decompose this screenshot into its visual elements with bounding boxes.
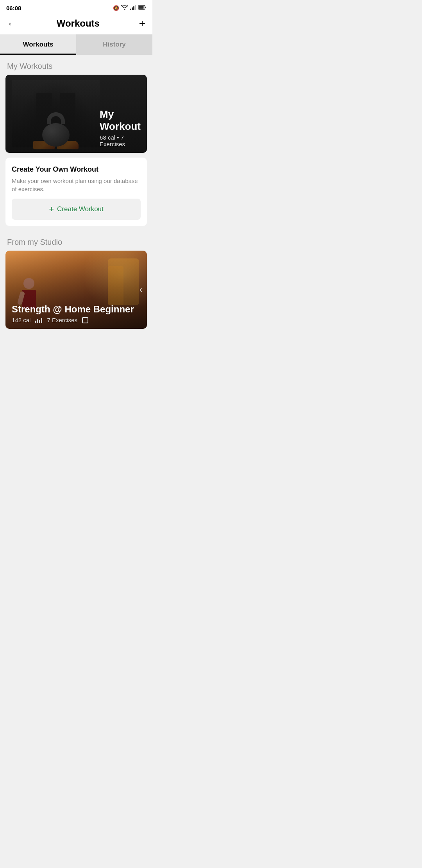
studio-card-image: Strength @ Home Beginner 142 cal 7 Exerc…	[5, 251, 147, 329]
notify-icon: 🔕	[113, 5, 119, 11]
create-workout-button[interactable]: + Create Workout	[12, 199, 141, 220]
status-icons: 🔕	[113, 5, 146, 11]
chart-icon	[35, 317, 42, 323]
workout-card-text: My Workout 68 cal • 7 Exercises	[100, 108, 141, 147]
svg-rect-1	[132, 7, 133, 10]
signal-icon	[130, 5, 136, 11]
svg-rect-6	[139, 6, 144, 9]
studio-workout-name: Strength @ Home Beginner	[12, 304, 134, 315]
status-bar: 06:08 🔕	[0, 0, 152, 14]
create-workout-card[interactable]: Create Your Own Workout Make your own wo…	[5, 158, 147, 226]
create-plus-icon: +	[49, 204, 54, 214]
create-card-desc: Make your own workout plan using our dat…	[12, 177, 141, 193]
svg-rect-2	[133, 6, 134, 10]
add-button[interactable]: +	[139, 18, 145, 29]
studio-heading: From my Studio	[0, 231, 152, 251]
studio-workout-meta: 142 cal 7 Exercises	[12, 317, 134, 323]
workout-type-icon	[82, 317, 88, 323]
tab-history[interactable]: History	[76, 34, 152, 55]
tab-bar: Workouts History	[0, 34, 152, 55]
svg-rect-5	[145, 7, 147, 8]
studio-card[interactable]: Strength @ Home Beginner 142 cal 7 Exerc…	[5, 251, 147, 329]
tab-workouts[interactable]: Workouts	[0, 34, 76, 55]
wifi-icon	[121, 5, 128, 11]
my-workout-card[interactable]: My Workout 68 cal • 7 Exercises	[5, 75, 147, 153]
page-title: Workouts	[57, 18, 100, 29]
content-area: My Workouts	[0, 55, 152, 341]
workout-card-image: My Workout 68 cal • 7 Exercises	[5, 75, 147, 153]
battery-icon	[138, 5, 146, 11]
studio-card-text: Strength @ Home Beginner 142 cal 7 Exerc…	[12, 304, 134, 323]
workout-name: My Workout	[100, 108, 141, 133]
create-card-title: Create Your Own Workout	[12, 165, 141, 174]
scroll-left-arrow[interactable]: ‹	[139, 285, 142, 295]
workout-meta: 68 cal • 7 Exercises	[100, 134, 141, 147]
svg-rect-0	[130, 9, 131, 10]
create-btn-label: Create Workout	[57, 205, 104, 213]
my-workouts-heading: My Workouts	[0, 55, 152, 75]
svg-rect-3	[135, 5, 136, 10]
top-bar: ← Workouts +	[0, 14, 152, 34]
back-button[interactable]: ←	[7, 18, 17, 29]
status-time: 06:08	[6, 5, 21, 11]
